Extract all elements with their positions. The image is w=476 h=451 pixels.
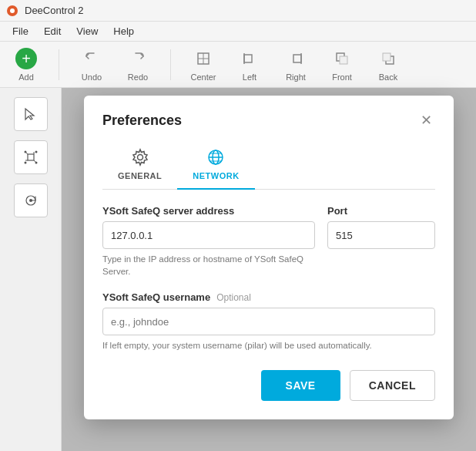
username-hint: If left empty, your system username (pil…: [102, 339, 435, 352]
left-sidebar: [0, 88, 62, 451]
preferences-dialog: Preferences ✕ GENERAL: [84, 96, 454, 419]
left-label: Left: [243, 72, 256, 82]
rotate-tool[interactable]: [14, 183, 48, 217]
add-label: Add: [18, 72, 34, 82]
redo-icon: [127, 48, 149, 69]
svg-point-24: [137, 155, 142, 160]
svg-point-20: [24, 162, 26, 164]
username-input[interactable]: [102, 308, 435, 335]
redo-button[interactable]: Redo: [121, 48, 155, 82]
svg-point-1: [10, 8, 15, 13]
svg-point-21: [35, 162, 37, 164]
tab-network[interactable]: NETWORK: [177, 142, 254, 190]
toolbar-separator-1: [59, 49, 59, 80]
tab-general[interactable]: GENERAL: [102, 142, 177, 190]
menu-bar: File Edit View Help: [0, 22, 476, 42]
undo-icon: [81, 48, 102, 69]
select-tool[interactable]: [14, 97, 48, 131]
undo-label: Undo: [82, 72, 102, 82]
menu-edit[interactable]: Edit: [38, 24, 67, 39]
dialog-overlay: Preferences ✕ GENERAL: [62, 88, 476, 451]
scale-tool[interactable]: [14, 140, 48, 174]
center-button[interactable]: Center: [186, 48, 220, 82]
server-address-hint: Type in the IP address or hostname of YS…: [102, 253, 315, 278]
redo-label: Redo: [128, 72, 148, 82]
svg-rect-7: [293, 55, 301, 62]
menu-help[interactable]: Help: [107, 24, 140, 39]
port-col: Port: [327, 205, 435, 278]
dialog-footer: SAVE CANCEL: [102, 370, 435, 401]
svg-rect-10: [340, 56, 347, 64]
toolbar-separator-2: [170, 49, 171, 80]
svg-rect-12: [383, 53, 391, 61]
back-label: Back: [379, 72, 397, 82]
main-area: Preferences ✕ GENERAL: [0, 88, 476, 451]
left-button[interactable]: Left: [233, 48, 266, 82]
port-label: Port: [327, 205, 435, 217]
right-button[interactable]: Right: [279, 48, 313, 82]
menu-file[interactable]: File: [6, 24, 35, 39]
dialog-title: Preferences: [102, 113, 182, 129]
server-address-col: YSoft SafeQ server address Type in the I…: [102, 205, 315, 278]
port-input[interactable]: [327, 221, 435, 249]
username-label: YSoft SafeQ username Optional: [102, 291, 435, 303]
undo-button[interactable]: Undo: [75, 48, 109, 82]
server-address-label: YSoft SafeQ server address: [102, 205, 315, 217]
canvas-area: Preferences ✕ GENERAL: [62, 88, 476, 451]
dialog-header: Preferences ✕: [102, 111, 435, 130]
toolbar: + Add Undo Redo Center: [0, 42, 476, 88]
center-icon: [193, 48, 214, 69]
front-button[interactable]: Front: [325, 48, 359, 82]
app-title: DeeControl 2: [25, 5, 84, 16]
svg-point-18: [24, 151, 26, 153]
network-icon: [206, 148, 225, 167]
server-address-input[interactable]: [102, 221, 315, 249]
cancel-button[interactable]: CANCEL: [350, 370, 435, 401]
gear-icon: [131, 148, 149, 167]
svg-rect-5: [244, 55, 252, 62]
menu-view[interactable]: View: [70, 24, 104, 39]
app-icon: [6, 5, 18, 17]
svg-rect-13: [28, 154, 34, 160]
back-icon: [377, 48, 399, 69]
title-bar: DeeControl 2: [0, 0, 476, 22]
svg-point-19: [35, 151, 37, 153]
close-button[interactable]: ✕: [417, 111, 435, 130]
center-label: Center: [190, 72, 216, 82]
front-label: Front: [332, 72, 352, 82]
right-label: Right: [286, 72, 306, 82]
tab-network-label: NETWORK: [193, 171, 239, 180]
left-icon: [239, 48, 260, 69]
username-group: YSoft SafeQ username Optional If left em…: [102, 291, 435, 352]
right-icon: [285, 48, 307, 69]
add-button[interactable]: + Add: [9, 48, 43, 82]
add-icon: +: [15, 48, 37, 69]
save-button[interactable]: SAVE: [261, 370, 340, 401]
tab-general-label: GENERAL: [118, 171, 162, 180]
front-icon: [331, 48, 353, 69]
username-optional: Optional: [216, 292, 251, 303]
back-button[interactable]: Back: [371, 48, 405, 82]
tab-bar: GENERAL NETWORK: [102, 142, 435, 190]
server-row: YSoft SafeQ server address Type in the I…: [102, 205, 435, 278]
